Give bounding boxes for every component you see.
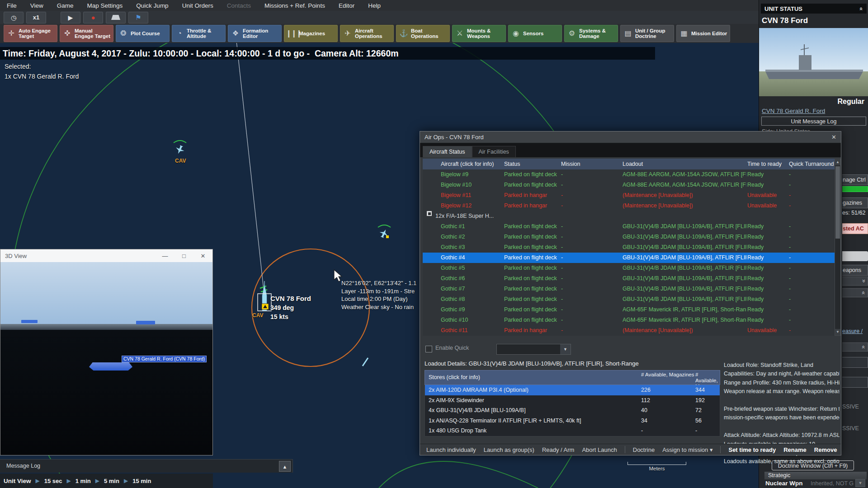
aircraft-row[interactable]: Gothic #8Parked on flight deck-GBU-31(V)… [423, 294, 835, 305]
close-icon[interactable]: ✕ [193, 253, 212, 259]
ready-arm-button[interactable]: Ready / Arm [542, 446, 575, 453]
aircraft-row[interactable]: Bigelow #12Parked in hangar-(Maintenance… [423, 201, 835, 211]
group-collapse-checkbox[interactable] [427, 211, 432, 216]
aircraft-row[interactable]: Gothic #2Parked on flight deck-GBU-31(V)… [423, 232, 835, 242]
ribbon-mounts-weapons[interactable]: ⚔Mounts & Weapons [452, 25, 506, 42]
step-arrow-icon[interactable]: ▶ [67, 478, 71, 484]
quick-jump-flag-button[interactable]: ⚑ [128, 12, 148, 23]
message-log-bar[interactable]: Message Log ▲ [0, 459, 293, 473]
weapons-button-clipped[interactable]: eapons [842, 265, 868, 276]
menu-item-missions-ref-points[interactable]: Missions + Ref. Points [258, 2, 332, 9]
maximize-icon[interactable]: □ [175, 253, 193, 259]
aircraft-row[interactable]: Gothic #11Parked in hangar-(Maintenance … [423, 325, 835, 336]
scroll-down-icon[interactable]: ▼ [835, 329, 840, 335]
ribbon-sensors[interactable]: ◉Sensors [508, 25, 562, 42]
ribbon-throttle-altitude[interactable]: ◔Throttle & Altitude [172, 25, 226, 42]
aircraft-icon[interactable] [174, 141, 186, 155]
tab-aircraft-status[interactable]: Aircraft Status [423, 146, 472, 157]
viewer-3d-titlebar[interactable]: 3D View — □ ✕ [0, 249, 212, 262]
aircraft-row[interactable]: Bigelow #11Parked in hangar-(Maintenance… [423, 190, 835, 201]
remove-button[interactable]: Remove [814, 446, 837, 453]
hosted-ac-button-clipped[interactable]: sted AC [842, 223, 868, 234]
store-row[interactable]: 4x GBU-31(V)4/B JDAM [BLU-109A/B]4072 [425, 405, 720, 416]
dropdown-icon[interactable]: ▼ [560, 344, 571, 354]
ribbon-aircraft-operations[interactable]: ✈Aircraft Operations [340, 25, 394, 42]
measure-link-clipped[interactable]: easure / [842, 328, 868, 335]
launch-as-group-s-button[interactable]: Launch as group(s) [484, 446, 534, 453]
ribbon-auto-engage-target[interactable]: ✛Auto Engage Target [4, 25, 57, 42]
time-step-15-sec[interactable]: 15 sec [44, 478, 62, 484]
minimize-icon[interactable]: — [156, 253, 175, 259]
record-button[interactable]: ● [83, 12, 103, 23]
aircraft-row[interactable]: 12x F/A-18E Super H... [423, 211, 835, 221]
rename-button[interactable]: Rename [783, 446, 807, 453]
step-arrow-icon[interactable]: ▶ [95, 478, 99, 484]
doctrine-button[interactable]: Doctrine [633, 446, 655, 453]
input-clipped[interactable] [842, 251, 868, 261]
abort-launch-button[interactable]: Abort Launch [582, 446, 617, 453]
enable-quick-checkbox[interactable] [425, 346, 432, 352]
ribbon-plot-course[interactable]: ❂Plot Course [116, 25, 170, 42]
sim-clock-button[interactable]: ◷ [4, 12, 24, 23]
aircraft-row[interactable]: Bigelow #10Parked on flight deck-AGM-88E… [423, 180, 835, 190]
aircraft-row[interactable]: Bigelow #9Parked on flight deck-AGM-88E … [423, 169, 835, 180]
unit-detail-link[interactable]: CVN 78 Gerald R. Ford [762, 108, 825, 114]
menu-item-map-settings[interactable]: Map Settings [80, 2, 130, 9]
magazines-button-clipped[interactable]: gazines [842, 197, 868, 208]
button-clipped[interactable] [842, 377, 868, 388]
dialog-titlebar[interactable]: Air Ops - CVN 78 Ford [420, 131, 841, 143]
ribbon-unit-group-doctrine[interactable]: ▤Unit / Group Doctrine [620, 25, 674, 42]
store-row[interactable]: 1x 480 USG Drop Tank-- [425, 426, 720, 436]
aircraft-row[interactable]: Gothic #1Parked on flight deck-GBU-31(V)… [423, 221, 835, 232]
close-icon[interactable]: ✕ [831, 131, 836, 143]
viewer-3d-scene[interactable]: CVN 78 Gerald R. Ford (CVN 78 Ford) [0, 262, 212, 455]
store-row[interactable]: 2x AIM-9X Sidewinder112192 [425, 395, 720, 406]
aircraft-icon[interactable] [378, 225, 391, 239]
menu-item-unit-orders[interactable]: Unit Orders [175, 2, 220, 9]
store-row[interactable]: 2x AIM-120D AMRAAM P3I.4 (Optional)22634… [425, 385, 720, 395]
aircraft-row[interactable]: Gothic #4Parked on flight deck-GBU-31(V)… [423, 253, 835, 263]
carrier-icon[interactable] [258, 281, 271, 311]
menu-item-quick-jump[interactable]: Quick Jump [129, 2, 175, 9]
carrier-3d-model[interactable] [89, 362, 132, 371]
menu-item-view[interactable]: View [24, 2, 50, 9]
menu-item-editor[interactable]: Editor [332, 2, 361, 9]
scrollbar-thumb[interactable] [835, 166, 840, 239]
aircraft-row[interactable]: Gothic #9Parked on flight deck-AGM-65F M… [423, 305, 835, 315]
store-row[interactable]: 1x AN/ASQ-228 Terminator II ATFLIR [FLIR… [425, 416, 720, 426]
launch-individually-button[interactable]: Launch individually [426, 446, 476, 453]
play-button[interactable]: ▶ [61, 12, 80, 23]
aircraft-row[interactable]: Gothic #6Parked on flight deck-GBU-31(V)… [423, 273, 835, 284]
time-step-15-min[interactable]: 15 min [132, 478, 151, 484]
aircraft-icon[interactable] [363, 358, 368, 366]
quick-turnaround-dropdown[interactable]: ▼ [496, 344, 571, 355]
tab-air-facilities[interactable]: Air Facilities [472, 146, 516, 157]
aircraft-row[interactable]: Gothic #5Parked on flight deck-GBU-31(V)… [423, 263, 835, 273]
ribbon-systems-damage[interactable]: ⚙Systems & Damage [564, 25, 618, 42]
map-display-button[interactable] [106, 12, 126, 23]
set-time-to-ready-button[interactable]: Set time to ready [728, 446, 776, 453]
expand-up-icon[interactable]: ▲ [279, 461, 291, 472]
time-step-5-min[interactable]: 5 min [104, 478, 119, 484]
ribbon-magazines[interactable]: ❙❙❙Magazines [284, 25, 338, 42]
collapse-bar-clipped[interactable]: « [842, 343, 868, 352]
ribbon-formation-editor[interactable]: ❖Formation Editor [228, 25, 282, 42]
step-arrow-icon[interactable]: ▶ [36, 478, 40, 484]
menu-item-help[interactable]: Help [361, 2, 387, 9]
time-step-1-min[interactable]: 1 min [75, 478, 91, 484]
button-clipped[interactable] [842, 357, 868, 368]
menu-item-game[interactable]: Game [50, 2, 80, 9]
aircraft-row[interactable]: Gothic #3Parked on flight deck-GBU-31(V)… [423, 242, 835, 253]
step-arrow-icon[interactable]: ▶ [124, 478, 128, 484]
aircraft-row[interactable]: Gothic #7Parked on flight deck-GBU-31(V)… [423, 284, 835, 294]
scroll-up-icon[interactable]: ▲ [835, 159, 840, 165]
ribbon-manual-engage-target[interactable]: ✜Manual Engage Target [60, 25, 113, 42]
collapse-bar-clipped[interactable]: « [842, 288, 868, 297]
menu-item-file[interactable]: File [0, 2, 24, 9]
assign-to-mission-button[interactable]: Assign to mission ▾ [662, 446, 712, 453]
ribbon-mission-editor[interactable]: ▦Mission Editor [676, 25, 730, 42]
scrollbar[interactable]: ▲ ▼ [835, 159, 841, 336]
aircraft-row[interactable]: Gothic #10Parked on flight deck-AGM-65F … [423, 315, 835, 325]
collapse-bar-clipped[interactable]: « [842, 277, 868, 286]
time-compression-button[interactable]: x1 [26, 12, 46, 23]
